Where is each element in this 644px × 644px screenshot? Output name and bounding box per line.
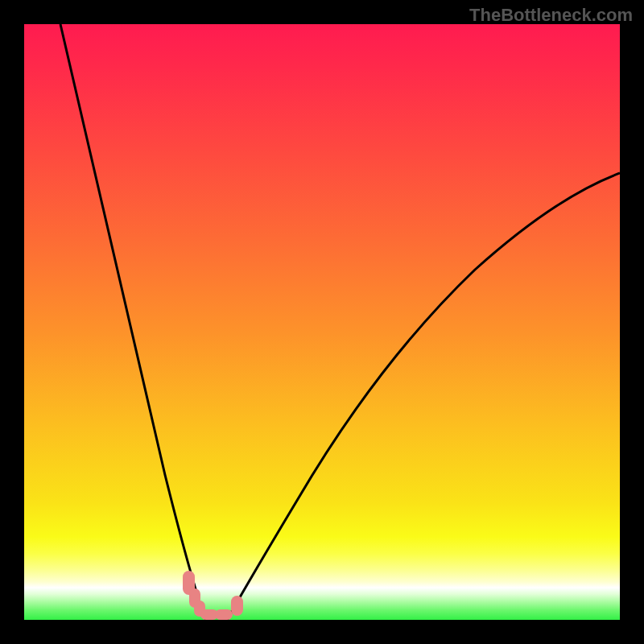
marker-dot [231, 596, 243, 616]
bottleneck-curve [24, 24, 620, 620]
watermark-label: TheBottleneck.com [469, 5, 633, 26]
curve-right-branch [227, 173, 620, 620]
marker-dot [215, 609, 233, 620]
plot-area [24, 24, 620, 620]
curve-left-branch [60, 24, 206, 620]
chart-canvas: TheBottleneck.com [0, 0, 644, 644]
